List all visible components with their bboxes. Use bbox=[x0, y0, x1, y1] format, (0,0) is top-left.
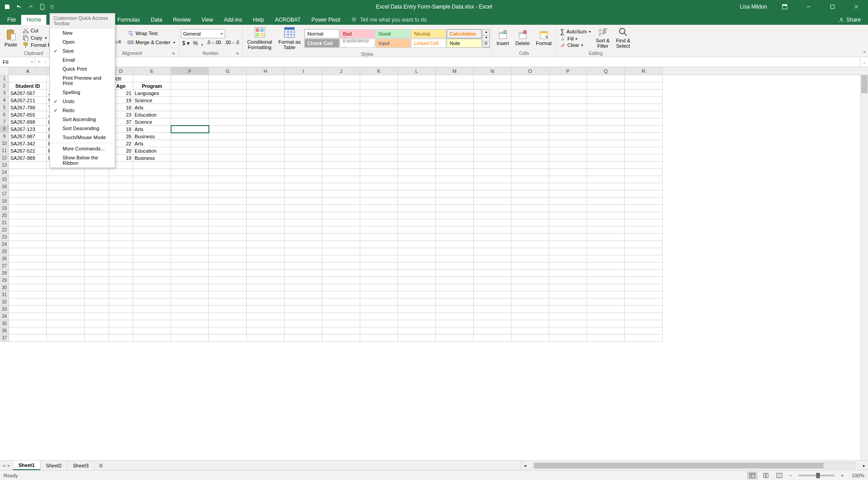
cell[interactable] bbox=[171, 291, 209, 299]
cell[interactable] bbox=[625, 263, 663, 270]
cell[interactable] bbox=[360, 140, 398, 147]
cell[interactable] bbox=[133, 306, 171, 313]
cell[interactable] bbox=[511, 190, 549, 198]
cell[interactable] bbox=[322, 234, 360, 241]
cell[interactable] bbox=[436, 90, 474, 97]
cell[interactable] bbox=[436, 133, 474, 140]
cell[interactable] bbox=[625, 198, 663, 205]
ribbon-tab-home[interactable]: Home bbox=[21, 15, 46, 25]
cell[interactable] bbox=[587, 306, 625, 313]
cell[interactable] bbox=[85, 241, 109, 248]
cell[interactable]: SA267-211 bbox=[9, 97, 47, 104]
cell[interactable] bbox=[511, 320, 549, 327]
row-header[interactable]: 11 bbox=[0, 147, 9, 154]
cell-styles-gallery[interactable]: NormalBadGoodNeutralCalculationCheck Cel… bbox=[304, 29, 482, 48]
cell[interactable] bbox=[587, 291, 625, 299]
cell[interactable] bbox=[436, 284, 474, 291]
cell[interactable] bbox=[511, 205, 549, 212]
cell[interactable] bbox=[549, 327, 587, 335]
cell[interactable] bbox=[511, 306, 549, 313]
cell[interactable] bbox=[360, 212, 398, 219]
cell[interactable] bbox=[587, 313, 625, 320]
cell[interactable]: SA267-522 bbox=[9, 147, 47, 154]
cell[interactable] bbox=[285, 126, 322, 133]
page-break-view-button[interactable] bbox=[774, 471, 785, 480]
cell[interactable]: Science bbox=[133, 97, 171, 104]
cell[interactable] bbox=[587, 226, 625, 234]
cell[interactable] bbox=[85, 313, 109, 320]
row-header[interactable]: 27 bbox=[0, 263, 9, 270]
cell[interactable] bbox=[587, 198, 625, 205]
cell[interactable]: SA267-898 bbox=[9, 118, 47, 126]
format-as-table-button[interactable]: Format as Table bbox=[276, 26, 303, 51]
cell[interactable] bbox=[398, 219, 436, 226]
cell[interactable] bbox=[9, 248, 47, 255]
cell[interactable] bbox=[171, 313, 209, 320]
cell[interactable] bbox=[109, 284, 133, 291]
close-button[interactable] bbox=[846, 0, 866, 14]
percent-format-icon[interactable]: % bbox=[192, 40, 199, 46]
column-header[interactable]: G bbox=[209, 67, 247, 75]
cell[interactable] bbox=[398, 277, 436, 284]
cell[interactable] bbox=[398, 190, 436, 198]
cell[interactable] bbox=[436, 147, 474, 154]
column-header[interactable]: K bbox=[360, 67, 398, 75]
cell[interactable] bbox=[285, 255, 322, 263]
cell[interactable] bbox=[9, 183, 47, 190]
cell[interactable] bbox=[247, 327, 285, 335]
cell[interactable] bbox=[133, 162, 171, 169]
cell[interactable] bbox=[133, 205, 171, 212]
cell[interactable]: SA267-987 bbox=[9, 133, 47, 140]
cell[interactable] bbox=[47, 234, 85, 241]
cell[interactable] bbox=[474, 82, 511, 90]
cell[interactable]: Education bbox=[133, 147, 171, 154]
cell[interactable] bbox=[587, 126, 625, 133]
cell[interactable] bbox=[285, 248, 322, 255]
cell[interactable]: Program bbox=[133, 82, 171, 90]
column-header[interactable]: E bbox=[133, 67, 171, 75]
row-header[interactable]: 6 bbox=[0, 111, 9, 118]
cell[interactable] bbox=[474, 154, 511, 162]
zoom-level[interactable]: 100% bbox=[852, 473, 864, 478]
cell[interactable] bbox=[9, 198, 47, 205]
cell[interactable] bbox=[133, 75, 171, 82]
cell[interactable] bbox=[171, 299, 209, 306]
cell[interactable] bbox=[109, 226, 133, 234]
cell[interactable] bbox=[398, 140, 436, 147]
cell[interactable] bbox=[9, 291, 47, 299]
cell[interactable] bbox=[285, 313, 322, 320]
ribbon-display-options[interactable] bbox=[774, 0, 795, 14]
cell[interactable] bbox=[171, 306, 209, 313]
cell[interactable] bbox=[322, 190, 360, 198]
cell[interactable] bbox=[549, 205, 587, 212]
style-scroll-down[interactable]: ▾ bbox=[483, 36, 489, 41]
cell[interactable] bbox=[109, 241, 133, 248]
cell[interactable] bbox=[587, 90, 625, 97]
cell[interactable] bbox=[549, 111, 587, 118]
cell[interactable] bbox=[171, 75, 209, 82]
cell[interactable] bbox=[360, 313, 398, 320]
cell[interactable] bbox=[436, 255, 474, 263]
cell[interactable] bbox=[285, 327, 322, 335]
cell[interactable] bbox=[47, 299, 85, 306]
cell[interactable] bbox=[285, 320, 322, 327]
cell[interactable] bbox=[549, 176, 587, 183]
row-header[interactable]: 19 bbox=[0, 205, 9, 212]
cell[interactable] bbox=[625, 140, 663, 147]
cell[interactable] bbox=[285, 169, 322, 176]
cell[interactable] bbox=[549, 162, 587, 169]
hscroll-left[interactable]: ◂ bbox=[522, 463, 528, 468]
qat-menu-item[interactable]: Save bbox=[50, 46, 115, 55]
cell[interactable] bbox=[209, 140, 247, 147]
cell[interactable] bbox=[285, 335, 322, 342]
cell[interactable] bbox=[587, 75, 625, 82]
cell[interactable] bbox=[247, 277, 285, 284]
cell[interactable] bbox=[133, 255, 171, 263]
cell[interactable] bbox=[625, 104, 663, 111]
cell[interactable] bbox=[474, 126, 511, 133]
paste-button[interactable]: Paste bbox=[2, 27, 20, 48]
cell[interactable] bbox=[625, 234, 663, 241]
qat-menu-item[interactable]: Sort Ascending bbox=[50, 115, 115, 124]
cell[interactable] bbox=[171, 111, 209, 118]
cell-style-option[interactable]: Normal bbox=[304, 29, 339, 38]
